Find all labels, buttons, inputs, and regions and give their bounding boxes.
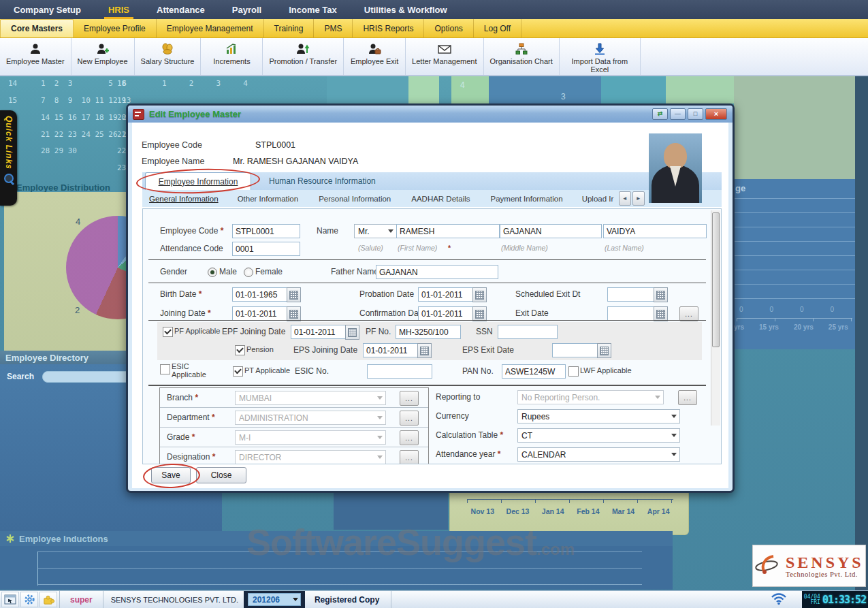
subtab-general-information[interactable]: General Information <box>149 195 219 203</box>
maximize-button[interactable]: □ <box>688 108 703 120</box>
menu-utilities-workflow[interactable]: Utilities & Workflow <box>351 0 461 19</box>
quick-links-tab[interactable]: Quick Links <box>0 110 17 206</box>
application-icon[interactable] <box>1 592 19 607</box>
subtab-aadhar-details[interactable]: AADHAR Details <box>411 195 470 203</box>
settings-gear-icon[interactable] <box>20 592 38 607</box>
subtab-payment-information[interactable]: Payment Information <box>491 195 563 203</box>
exit-date-calendar-icon[interactable] <box>654 306 668 321</box>
toolbar-import-excel[interactable]: Import Data from Excel <box>560 38 641 75</box>
submenu-core-masters[interactable]: Core Masters <box>0 19 74 37</box>
subtab-scroll-right[interactable]: ► <box>632 191 645 206</box>
designation-lookup-button[interactable]: ... <box>400 450 419 464</box>
probation-date-calendar-icon[interactable] <box>472 287 487 302</box>
close-button[interactable]: × <box>705 108 727 120</box>
submenu-log-off[interactable]: Log Off <box>474 19 521 37</box>
joining-date-calendar-icon[interactable] <box>287 306 301 321</box>
joining-date-field[interactable] <box>232 306 291 321</box>
dialog-titlebar[interactable]: Edit Employee Master ⇄ — □ × <box>128 106 733 123</box>
birth-date-field[interactable] <box>232 287 291 302</box>
menu-income-tax[interactable]: Income Tax <box>275 0 351 19</box>
period-dropdown[interactable]: 201206 <box>248 593 301 606</box>
eps-joining-date-field[interactable] <box>363 343 421 357</box>
menu-hris[interactable]: HRIS <box>95 0 143 19</box>
eps-exit-calendar-icon[interactable] <box>597 343 611 358</box>
branch-select[interactable]: MUMBAI <box>235 391 386 405</box>
pan-no-field[interactable] <box>502 364 566 379</box>
scrollbar-thumb[interactable] <box>712 212 720 347</box>
designation-select[interactable]: DIRECTOR <box>235 450 386 464</box>
department-select[interactable]: ADMINISTRATION <box>235 411 386 425</box>
save-button[interactable]: Save <box>151 467 191 483</box>
toolbar-increments[interactable]: Increments <box>201 38 263 75</box>
probation-date-field[interactable] <box>418 287 477 302</box>
exit-date-field[interactable] <box>607 306 658 321</box>
last-name-field[interactable] <box>603 224 707 238</box>
confirmation-date-calendar-icon[interactable] <box>472 306 487 321</box>
pf-applicable-checkbox[interactable] <box>163 327 173 337</box>
pf-no-field[interactable] <box>396 325 461 339</box>
esic-applicable-checkbox[interactable] <box>160 364 170 374</box>
window-switch-button[interactable]: ⇄ <box>652 108 668 120</box>
menu-company-setup[interactable]: Company Setup <box>0 0 95 19</box>
gender-male-radio[interactable] <box>208 268 217 277</box>
epf-joining-date-field[interactable] <box>291 325 349 339</box>
close-dialog-button[interactable]: Close <box>196 467 246 483</box>
toolbar-new-employee[interactable]: New Employee <box>71 38 135 75</box>
employee-code-field[interactable] <box>232 224 300 238</box>
ssn-field[interactable] <box>498 325 558 339</box>
attendance-code-field[interactable] <box>232 242 300 256</box>
menu-payroll[interactable]: Payroll <box>219 0 275 19</box>
plugin-puzzle-icon[interactable] <box>39 592 57 607</box>
esic-no-field[interactable] <box>367 364 432 379</box>
toolbar-promotion-transfer[interactable]: Promotion / Transfer <box>263 38 344 75</box>
exit-date-more-button[interactable]: ... <box>679 306 698 321</box>
form-scrollbar[interactable] <box>711 210 720 426</box>
toolbar-employee-master[interactable]: Employee Master <box>0 38 71 75</box>
gender-female-radio[interactable] <box>244 268 253 277</box>
epf-joining-calendar-icon[interactable] <box>345 325 359 340</box>
scheduled-exit-field[interactable] <box>607 287 658 302</box>
toolbar-employee-exit[interactable]: Employee Exit <box>344 38 406 75</box>
scheduled-exit-calendar-icon[interactable] <box>654 287 668 302</box>
subtab-scroll-left[interactable]: ◄ <box>619 191 631 206</box>
eps-exit-date-field[interactable] <box>552 343 601 357</box>
reporting-to-select[interactable]: No Reporting Person. <box>517 390 664 404</box>
minimize-button[interactable]: — <box>670 108 686 120</box>
lwf-applicable-checkbox[interactable] <box>568 366 579 377</box>
subtab-personal-information[interactable]: Personal Information <box>319 195 391 203</box>
pt-applicable-checkbox[interactable] <box>233 366 243 377</box>
submenu-training[interactable]: Training <box>264 19 315 37</box>
submenu-employee-management[interactable]: Employee Management <box>157 19 264 37</box>
first-name-field[interactable] <box>396 224 500 238</box>
father-name-field[interactable] <box>376 265 498 279</box>
currency-select[interactable]: Rupees <box>517 409 680 423</box>
tab-human-resource-information[interactable]: Human Resource Information <box>251 172 393 190</box>
submenu-pms[interactable]: PMS <box>314 19 353 37</box>
submenu-hris-reports[interactable]: HRIS Reports <box>353 19 424 37</box>
menu-attendance[interactable]: Attendance <box>143 0 219 19</box>
eps-joining-calendar-icon[interactable] <box>417 343 432 358</box>
pension-checkbox[interactable] <box>235 345 245 355</box>
department-lookup-button[interactable]: ... <box>400 411 419 426</box>
submenu-employee-profile[interactable]: Employee Profile <box>74 19 157 37</box>
toolbar-salary-structure[interactable]: Salary Structure <box>135 38 202 75</box>
tab-employee-information[interactable]: Employee Information <box>145 172 251 190</box>
salute-select[interactable]: Mr. <box>354 224 397 238</box>
reporting-to-lookup-button[interactable]: ... <box>678 390 697 405</box>
toolbar-letter-management[interactable]: Letter Management <box>406 38 483 75</box>
branch-lookup-button[interactable]: ... <box>400 391 419 406</box>
subtab-other-information[interactable]: Other Information <box>238 195 298 203</box>
submenu-options[interactable]: Options <box>424 19 473 37</box>
birth-date-calendar-icon[interactable] <box>287 287 301 302</box>
grade-lookup-button[interactable]: ... <box>400 430 419 445</box>
calculation-table-select[interactable]: CT <box>517 428 680 443</box>
confirmation-date-field[interactable] <box>418 306 477 321</box>
middle-name-field[interactable] <box>500 224 602 238</box>
toolbar-organisation-chart[interactable]: Organisation Chart <box>484 38 560 75</box>
search-input[interactable] <box>42 371 135 383</box>
subtab-upload-image[interactable]: Upload Ir <box>582 195 617 203</box>
divider <box>148 385 706 386</box>
attendance-year-select[interactable]: CALENDAR <box>517 447 680 462</box>
last-name-hint: (Last Name) <box>605 244 644 252</box>
grade-select[interactable]: M-I <box>235 430 386 445</box>
